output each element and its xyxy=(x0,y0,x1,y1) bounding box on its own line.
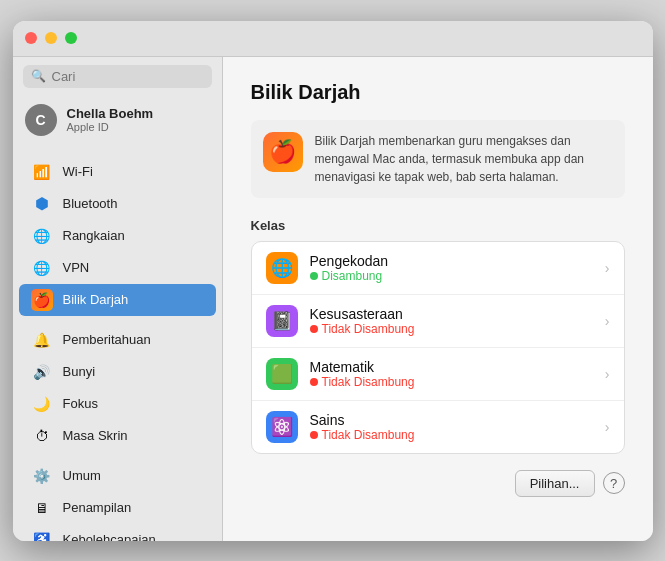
minimize-button[interactable] xyxy=(45,32,57,44)
content-area: 🔍 C Chella Boehm Apple ID 📶 Wi-Fi ⬢ xyxy=(13,57,653,541)
class-status: Tidak Disambung xyxy=(310,322,593,336)
user-subtitle: Apple ID xyxy=(67,121,154,133)
bottom-bar: Pilihan... ? xyxy=(251,470,625,497)
status-text: Tidak Disambung xyxy=(322,375,415,389)
class-item[interactable]: 📓 Kesusasteraan Tidak Disambung › xyxy=(252,295,624,348)
avatar: C xyxy=(25,104,57,136)
sidebar-item-label: Bluetooth xyxy=(63,196,118,211)
class-name: Sains xyxy=(310,412,593,428)
sidebar-item-wifi[interactable]: 📶 Wi-Fi xyxy=(19,156,216,188)
info-box: 🍎 Bilik Darjah membenarkan guru mengakse… xyxy=(251,120,625,198)
class-item[interactable]: 🌐 Pengekodan Disambung › xyxy=(252,242,624,295)
user-name: Chella Boehm xyxy=(67,106,154,121)
sidebar-item-pemberitahuan[interactable]: 🔔 Pemberitahuan xyxy=(19,324,216,356)
class-icon: 📓 xyxy=(266,305,298,337)
pemberitahuan-icon: 🔔 xyxy=(31,329,53,351)
chevron-icon: › xyxy=(605,419,610,435)
status-dot xyxy=(310,272,318,280)
class-info: Sains Tidak Disambung xyxy=(310,412,593,442)
chevron-icon: › xyxy=(605,313,610,329)
sidebar-item-masa-skrin[interactable]: ⏱ Masa Skrin xyxy=(19,420,216,452)
sidebar-item-kebolehcapaian[interactable]: ♿ Kebolehcapaian xyxy=(19,524,216,541)
status-text: Tidak Disambung xyxy=(322,428,415,442)
class-status: Disambung xyxy=(310,269,593,283)
status-dot xyxy=(310,431,318,439)
sidebar-item-bluetooth[interactable]: ⬢ Bluetooth xyxy=(19,188,216,220)
close-button[interactable] xyxy=(25,32,37,44)
user-info: Chella Boehm Apple ID xyxy=(67,106,154,133)
help-button[interactable]: ? xyxy=(603,472,625,494)
chevron-icon: › xyxy=(605,366,610,382)
class-name: Pengekodan xyxy=(310,253,593,269)
sidebar-item-label: Penampilan xyxy=(63,500,132,515)
main-window: 🔍 C Chella Boehm Apple ID 📶 Wi-Fi ⬢ xyxy=(13,21,653,541)
class-status: Tidak Disambung xyxy=(310,428,593,442)
sidebar-item-label: Bunyi xyxy=(63,364,96,379)
sidebar-item-label: VPN xyxy=(63,260,90,275)
umum-icon: ⚙️ xyxy=(31,465,53,487)
status-text: Tidak Disambung xyxy=(322,322,415,336)
sidebar-item-label: Wi-Fi xyxy=(63,164,93,179)
status-text: Disambung xyxy=(322,269,383,283)
fokus-icon: 🌙 xyxy=(31,393,53,415)
sidebar-item-label: Masa Skrin xyxy=(63,428,128,443)
app-icon: 🍎 xyxy=(263,132,303,172)
class-icon: ⚛️ xyxy=(266,411,298,443)
class-item[interactable]: 🟩 Matematik Tidak Disambung › xyxy=(252,348,624,401)
class-name: Matematik xyxy=(310,359,593,375)
sidebar-item-umum[interactable]: ⚙️ Umum xyxy=(19,460,216,492)
status-dot xyxy=(310,325,318,333)
bunyi-icon: 🔊 xyxy=(31,361,53,383)
status-dot xyxy=(310,378,318,386)
sidebar-item-label: Fokus xyxy=(63,396,98,411)
sidebar-item-label: Kebolehcapaian xyxy=(63,532,156,541)
search-box[interactable]: 🔍 xyxy=(23,65,212,88)
vpn-icon: 🌐 xyxy=(31,257,53,279)
penampilan-icon: 🖥 xyxy=(31,497,53,519)
class-info: Pengekodan Disambung xyxy=(310,253,593,283)
main-content: Bilik Darjah 🍎 Bilik Darjah membenarkan … xyxy=(223,57,653,541)
section-label: Kelas xyxy=(251,218,625,233)
options-button[interactable]: Pilihan... xyxy=(515,470,595,497)
sidebar-item-bunyi[interactable]: 🔊 Bunyi xyxy=(19,356,216,388)
sidebar-item-label: Umum xyxy=(63,468,101,483)
kebolehcapaian-icon: ♿ xyxy=(31,529,53,541)
page-title: Bilik Darjah xyxy=(251,81,625,104)
chevron-icon: › xyxy=(605,260,610,276)
sidebar-item-label: Bilik Darjah xyxy=(63,292,129,307)
rangkaian-icon: 🌐 xyxy=(31,225,53,247)
sidebar-item-rangkaian[interactable]: 🌐 Rangkaian xyxy=(19,220,216,252)
bilik-darjah-icon: 🍎 xyxy=(31,289,53,311)
classes-list: 🌐 Pengekodan Disambung › 📓 Kesusasteraan… xyxy=(251,241,625,454)
class-icon: 🟩 xyxy=(266,358,298,390)
masa-skrin-icon: ⏱ xyxy=(31,425,53,447)
search-icon: 🔍 xyxy=(31,69,46,83)
info-description: Bilik Darjah membenarkan guru mengakses … xyxy=(315,132,613,186)
class-icon: 🌐 xyxy=(266,252,298,284)
sidebar-item-fokus[interactable]: 🌙 Fokus xyxy=(19,388,216,420)
class-info: Matematik Tidak Disambung xyxy=(310,359,593,389)
class-status: Tidak Disambung xyxy=(310,375,593,389)
sidebar-item-vpn[interactable]: 🌐 VPN xyxy=(19,252,216,284)
sidebar-item-bilik-darjah[interactable]: 🍎 Bilik Darjah xyxy=(19,284,216,316)
sidebar-item-penampilan[interactable]: 🖥 Penampilan xyxy=(19,492,216,524)
sidebar-item-label: Pemberitahuan xyxy=(63,332,151,347)
sidebar: 🔍 C Chella Boehm Apple ID 📶 Wi-Fi ⬢ xyxy=(13,57,223,541)
maximize-button[interactable] xyxy=(65,32,77,44)
class-info: Kesusasteraan Tidak Disambung xyxy=(310,306,593,336)
bluetooth-icon: ⬢ xyxy=(31,193,53,215)
class-name: Kesusasteraan xyxy=(310,306,593,322)
user-row[interactable]: C Chella Boehm Apple ID xyxy=(13,96,222,144)
wifi-icon: 📶 xyxy=(31,161,53,183)
search-input[interactable] xyxy=(52,69,204,84)
sidebar-item-label: Rangkaian xyxy=(63,228,125,243)
titlebar xyxy=(13,21,653,57)
class-item[interactable]: ⚛️ Sains Tidak Disambung › xyxy=(252,401,624,453)
